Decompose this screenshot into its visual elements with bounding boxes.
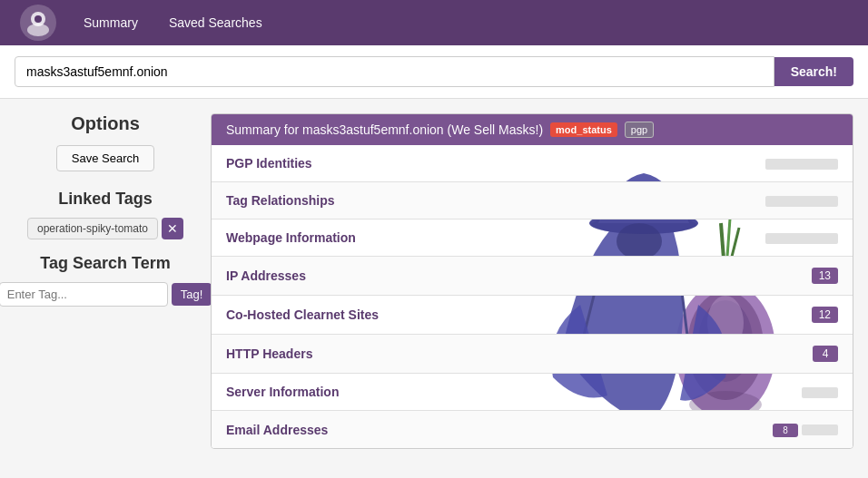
- table-row[interactable]: IP Addresses 13: [212, 257, 853, 296]
- row-label: HTTP Headers: [212, 335, 484, 374]
- row-value: [484, 374, 853, 411]
- tag-badge: operation-spiky-tomato: [27, 218, 158, 239]
- linked-tags-title: Linked Tags: [15, 190, 196, 209]
- table-row[interactable]: Co-Hosted Clearnet Sites 12: [212, 296, 853, 335]
- tag-search-button[interactable]: Tag!: [172, 283, 212, 306]
- main-content: Options Save Search Linked Tags operatio…: [0, 99, 868, 463]
- row-value: 4: [484, 335, 853, 374]
- row-value: [484, 145, 853, 182]
- table-row[interactable]: PGP Identities: [212, 145, 853, 182]
- summary-panel: Summary for masks3astuf5emnf.onion (We S…: [211, 113, 853, 449]
- row-label: Server Information: [212, 374, 484, 411]
- tag-remove-button[interactable]: ✕: [162, 218, 183, 239]
- svg-point-2: [27, 24, 49, 36]
- summary-header-text: Summary for masks3astuf5emnf.onion (We S…: [226, 122, 543, 137]
- sidebar: Options Save Search Linked Tags operatio…: [15, 113, 196, 307]
- table-row[interactable]: Webpage Information: [212, 219, 853, 257]
- main-header: Summary Saved Searches: [0, 0, 868, 45]
- row-label: Webpage Information: [212, 219, 484, 257]
- nav-saved-searches[interactable]: Saved Searches: [158, 10, 273, 35]
- row-label: PGP Identities: [212, 145, 484, 182]
- table-row[interactable]: Tag Relationships: [212, 182, 853, 219]
- row-value: 12: [484, 296, 853, 335]
- save-search-button[interactable]: Save Search: [56, 145, 154, 171]
- tag-search-title: Tag Search Term: [15, 254, 196, 273]
- options-title: Options: [15, 113, 196, 134]
- row-label: Tag Relationships: [212, 182, 484, 219]
- row-value: 8: [484, 411, 853, 449]
- search-input[interactable]: [15, 56, 774, 87]
- nav-summary[interactable]: Summary: [73, 10, 149, 35]
- table-row[interactable]: Server Information: [212, 374, 853, 411]
- table-row[interactable]: Email Addresses 8: [212, 411, 853, 449]
- row-label: Co-Hosted Clearnet Sites: [212, 296, 484, 335]
- row-label: Email Addresses: [212, 411, 484, 449]
- row-value: [484, 182, 853, 219]
- row-value: 13: [484, 257, 853, 296]
- tag-search-input[interactable]: [0, 282, 168, 307]
- main-nav: Summary Saved Searches: [73, 10, 273, 35]
- search-button[interactable]: Search!: [774, 57, 853, 86]
- tag-container: operation-spiky-tomato ✕: [15, 218, 196, 239]
- tag-search-row: Tag!: [15, 282, 196, 307]
- summary-header: Summary for masks3astuf5emnf.onion (We S…: [212, 114, 853, 145]
- summary-table: PGP Identities Tag Relationships Webpage…: [212, 145, 853, 448]
- table-row[interactable]: HTTP Headers 4: [212, 335, 853, 374]
- badge-pgp: pgp: [625, 122, 654, 138]
- row-value: [484, 219, 853, 257]
- badge-mod-status: mod_status: [550, 122, 617, 137]
- svg-point-3: [35, 15, 42, 23]
- row-label: IP Addresses: [212, 257, 484, 296]
- search-bar-area: Search!: [0, 45, 868, 99]
- logo: [18, 3, 58, 43]
